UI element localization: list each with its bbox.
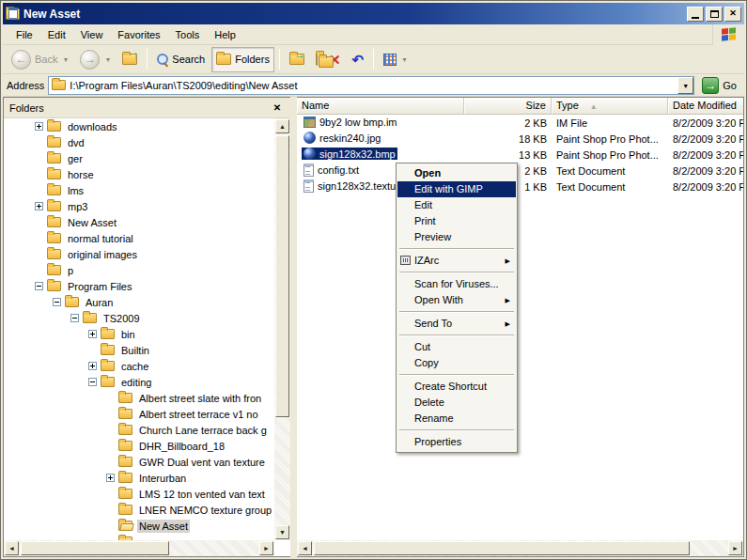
folders-panel-close-button[interactable]: ✕ [270,101,285,115]
toolbar-views-button[interactable]: ▼ [379,47,412,72]
file-row[interactable]: sign128x32.bmp13 KBPaint Shop Pro Phot..… [297,147,743,163]
tree-item-new-asset[interactable]: New Asset [4,518,290,534]
tree-item-normal-tutorial[interactable]: normal tutorial [4,230,290,246]
tree-item-editing[interactable]: editing [4,374,290,390]
tree-item-ger[interactable]: ger [4,150,290,166]
go-button[interactable]: → Go [698,77,740,94]
toolbar-copy-to-button[interactable] [311,47,322,72]
address-combobox[interactable]: I:\Program Files\Auran\TS2009\editing\Ne… [48,76,694,95]
file-row[interactable]: config.txt2 KBText Document8/2/2009 3:20… [297,163,743,179]
menubar-item-file[interactable]: File [8,26,40,43]
tree-item-new-asset[interactable]: New Asset [4,214,290,230]
file-name[interactable]: reskin240.jpg [302,132,382,144]
collapse-minus-icon[interactable] [53,298,61,306]
toolbar-search-button[interactable]: Search [152,47,210,72]
tree-item-bin[interactable]: bin [4,326,290,342]
scroll-left-icon[interactable]: ◄ [298,541,312,555]
tree-item-gwr-dual-vent-van-texture[interactable]: GWR Dual vent van texture [4,454,290,470]
context-menu-item-create-shortcut[interactable]: Create Shortcut [397,379,516,395]
tree-item-lms[interactable]: lms [4,182,290,198]
file-name[interactable]: sign128x32.textu [302,179,397,193]
tree-item-albert-street-terrace-v1-no[interactable]: Albert street terrace v1 no [4,406,290,422]
expand-plus-icon[interactable] [88,330,97,338]
tree-item-albert-street-slate-with-fron[interactable]: Albert street slate with fron [4,390,290,406]
expand-plus-icon[interactable] [88,362,97,370]
tree-item-auran[interactable]: Auran [4,294,290,310]
expand-plus-icon[interactable] [35,122,43,131]
context-menu-item-scan-for-viruses-[interactable]: Scan for Viruses... [397,276,516,292]
context-menu-item-preview[interactable]: Preview [397,229,516,245]
tree-item-original-images[interactable]: original images [4,246,290,262]
file-row[interactable]: 9by2 low bmp.im2 KBIM File8/2/2009 3:20 … [297,115,743,131]
context-menu-item-edit-with-gimp[interactable]: Edit with GIMP [397,181,516,197]
files-hscroll-thumb[interactable] [314,541,690,555]
files-horizontal-scrollbar[interactable]: ◄ ► [297,540,743,556]
scroll-up-icon[interactable]: ▲ [275,119,289,133]
menubar-item-view[interactable]: View [73,26,111,43]
tree-item-lms-12-ton-vented-van-text[interactable]: LMS 12 ton vented van text [4,486,290,502]
tree-item-mp3[interactable]: mp3 [4,198,290,214]
toolbar-folders-button[interactable]: Folders [211,47,274,72]
context-menu-item-open-with[interactable]: Open With▶ [397,292,516,308]
context-menu-item-copy[interactable]: Copy [397,355,516,371]
file-row[interactable]: sign128x32.textu1 KBText Document8/2/200… [297,179,743,194]
context-menu-item-delete[interactable]: Delete [397,395,516,411]
context-menu-item-edit[interactable]: Edit [397,197,516,213]
tree-item-dhr-billboard-18[interactable]: DHR_Billboard_18 [4,438,290,454]
menubar-item-tools[interactable]: Tools [168,26,208,43]
tree-item-church-lane-terrace-back-g[interactable]: Church Lane terrace back g [4,422,290,438]
menubar-item-help[interactable]: Help [207,26,243,43]
maximize-button[interactable] [706,7,723,22]
context-menu-item-send-to[interactable]: Send To▶ [397,316,516,332]
column-header-date-modified[interactable]: Date Modified [668,98,744,115]
tree-item-lner-nemco-texture-group[interactable]: LNER NEMCO texture group [4,502,290,518]
toolbar-up-button[interactable]: ↑ [117,47,142,72]
tree-vscroll-thumb[interactable] [275,135,289,417]
tree-item-p[interactable]: p [4,262,290,278]
tree-item-cache[interactable]: cache [4,358,290,374]
scroll-left-icon[interactable]: ◄ [5,541,19,555]
collapse-minus-icon[interactable] [35,282,43,290]
pane-splitter[interactable] [290,97,297,557]
menubar-item-edit[interactable]: Edit [40,26,73,43]
tree-vertical-scrollbar[interactable]: ▲ ▼ [274,118,290,540]
context-menu-item-cut[interactable]: Cut [397,339,516,355]
file-row[interactable]: reskin240.jpg18 KBPaint Shop Pro Phot...… [297,131,743,147]
tree-item-horse[interactable]: horse [4,166,290,182]
column-header-type[interactable]: Type▲ [552,98,668,115]
minimize-button[interactable] [687,7,704,22]
tree-item-builtin[interactable]: Builtin [4,342,290,358]
scroll-right-icon[interactable]: ► [259,541,273,555]
column-header-size[interactable]: Size [464,98,552,115]
tree-item-program-files[interactable]: Program Files [4,278,290,294]
tree-item-ts2009[interactable]: TS2009 [4,310,290,326]
context-menu-item-open[interactable]: Open [397,165,516,181]
collapse-minus-icon[interactable] [88,378,97,386]
toolbar-undo-button[interactable]: ↶ [347,47,368,72]
expand-plus-icon[interactable] [106,474,115,482]
context-menu-item-izarc[interactable]: IZArc▶ [397,253,516,269]
tree-horizontal-scrollbar[interactable]: ◄ ► [4,540,274,556]
toolbar-move-to-button[interactable]: → [285,47,309,72]
column-header-name[interactable]: Name [297,98,464,115]
toolbar-forward-button[interactable]: →▼ [75,47,116,72]
scroll-down-icon[interactable]: ▼ [275,525,289,539]
collapse-minus-icon[interactable] [70,314,79,322]
scroll-right-icon[interactable]: ► [728,541,742,555]
file-name[interactable]: 9by2 low bmp.im [302,117,399,128]
toolbar-back-button[interactable]: ←Back▼ [7,47,73,72]
tree-item-downloads[interactable]: downloads [4,118,290,134]
context-menu-item-rename[interactable]: Rename [397,411,516,427]
address-dropdown-button[interactable]: ▼ [677,77,693,94]
tree-hscroll-thumb[interactable] [21,541,169,555]
file-name[interactable]: config.txt [302,163,361,177]
expand-plus-icon[interactable] [35,202,43,210]
tree-item-dvd[interactable]: dvd [4,134,290,150]
menubar-item-favorites[interactable]: Favorites [110,26,167,43]
close-button[interactable]: ✕ [724,7,741,22]
file-name-selected[interactable]: sign128x32.bmp [302,148,397,160]
context-menu-item-print[interactable]: Print [397,213,516,229]
tree-item-interurban[interactable]: Interurban [4,470,290,486]
context-menu-item-properties[interactable]: Properties [397,434,516,450]
address-path[interactable]: I:\Program Files\Auran\TS2009\editing\Ne… [70,80,674,91]
